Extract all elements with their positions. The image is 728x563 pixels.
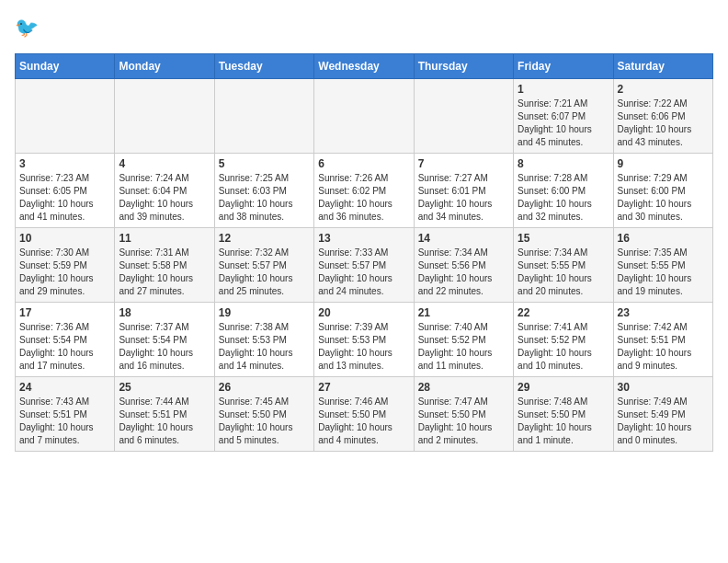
- calendar-cell: [115, 79, 214, 154]
- weekday-header-monday: Monday: [115, 54, 214, 79]
- day-number: 20: [318, 306, 409, 319]
- calendar-cell: 6Sunrise: 7:26 AM Sunset: 6:02 PM Daylig…: [314, 154, 414, 228]
- day-info: Sunrise: 7:33 AM Sunset: 5:57 PM Dayligh…: [318, 247, 409, 298]
- calendar-cell: 24Sunrise: 7:43 AM Sunset: 5:51 PM Dayli…: [16, 377, 115, 452]
- weekday-header-tuesday: Tuesday: [214, 54, 313, 79]
- day-info: Sunrise: 7:48 AM Sunset: 5:50 PM Dayligh…: [518, 396, 609, 447]
- calendar-cell: 15Sunrise: 7:34 AM Sunset: 5:55 PM Dayli…: [514, 228, 613, 303]
- day-number: 13: [318, 232, 409, 245]
- day-number: 1: [518, 83, 609, 96]
- day-number: 2: [618, 83, 709, 96]
- day-number: 4: [119, 157, 210, 170]
- day-number: 3: [19, 157, 110, 170]
- day-info: Sunrise: 7:43 AM Sunset: 5:51 PM Dayligh…: [19, 396, 110, 447]
- day-number: 23: [618, 306, 709, 319]
- day-number: 19: [219, 306, 310, 319]
- calendar-cell: 4Sunrise: 7:24 AM Sunset: 6:04 PM Daylig…: [115, 154, 214, 228]
- day-info: Sunrise: 7:34 AM Sunset: 5:56 PM Dayligh…: [418, 247, 509, 298]
- day-info: Sunrise: 7:42 AM Sunset: 5:51 PM Dayligh…: [618, 321, 709, 373]
- calendar-cell: [314, 79, 414, 154]
- calendar-cell: 1Sunrise: 7:21 AM Sunset: 6:07 PM Daylig…: [514, 79, 613, 154]
- weekday-header-thursday: Thursday: [414, 54, 513, 79]
- day-info: Sunrise: 7:49 AM Sunset: 5:49 PM Dayligh…: [618, 396, 709, 447]
- day-number: 11: [119, 232, 210, 245]
- day-info: Sunrise: 7:30 AM Sunset: 5:59 PM Dayligh…: [19, 247, 110, 298]
- day-number: 14: [418, 232, 509, 245]
- weekday-row: SundayMondayTuesdayWednesdayThursdayFrid…: [16, 54, 713, 79]
- calendar-week-3: 10Sunrise: 7:30 AM Sunset: 5:59 PM Dayli…: [16, 228, 713, 303]
- calendar-cell: 22Sunrise: 7:41 AM Sunset: 5:52 PM Dayli…: [514, 303, 613, 377]
- day-info: Sunrise: 7:23 AM Sunset: 6:05 PM Dayligh…: [19, 172, 110, 224]
- calendar-cell: [414, 79, 513, 154]
- calendar-cell: 17Sunrise: 7:36 AM Sunset: 5:54 PM Dayli…: [16, 303, 115, 377]
- day-info: Sunrise: 7:32 AM Sunset: 5:57 PM Dayligh…: [219, 247, 310, 298]
- day-info: Sunrise: 7:31 AM Sunset: 5:58 PM Dayligh…: [119, 247, 210, 298]
- logo: 🐦: [15, 15, 46, 42]
- calendar-cell: 20Sunrise: 7:39 AM Sunset: 5:53 PM Dayli…: [314, 303, 414, 377]
- calendar-cell: 19Sunrise: 7:38 AM Sunset: 5:53 PM Dayli…: [214, 303, 313, 377]
- day-number: 27: [318, 381, 409, 394]
- day-info: Sunrise: 7:46 AM Sunset: 5:50 PM Dayligh…: [318, 396, 409, 447]
- day-number: 24: [19, 381, 110, 394]
- calendar-cell: 28Sunrise: 7:47 AM Sunset: 5:50 PM Dayli…: [414, 377, 513, 452]
- calendar-table: SundayMondayTuesdayWednesdayThursdayFrid…: [15, 53, 713, 452]
- calendar-header: SundayMondayTuesdayWednesdayThursdayFrid…: [16, 54, 713, 79]
- calendar-cell: 30Sunrise: 7:49 AM Sunset: 5:49 PM Dayli…: [613, 377, 712, 452]
- calendar-cell: 29Sunrise: 7:48 AM Sunset: 5:50 PM Dayli…: [514, 377, 613, 452]
- calendar-cell: 3Sunrise: 7:23 AM Sunset: 6:05 PM Daylig…: [16, 154, 115, 228]
- day-number: 5: [219, 157, 310, 170]
- calendar-cell: 14Sunrise: 7:34 AM Sunset: 5:56 PM Dayli…: [414, 228, 513, 303]
- calendar-week-4: 17Sunrise: 7:36 AM Sunset: 5:54 PM Dayli…: [16, 303, 713, 377]
- day-info: Sunrise: 7:29 AM Sunset: 6:00 PM Dayligh…: [618, 172, 709, 224]
- day-number: 21: [418, 306, 509, 319]
- day-info: Sunrise: 7:25 AM Sunset: 6:03 PM Dayligh…: [219, 172, 310, 224]
- day-info: Sunrise: 7:45 AM Sunset: 5:50 PM Dayligh…: [219, 396, 310, 447]
- day-number: 16: [618, 232, 709, 245]
- day-number: 9: [618, 157, 709, 170]
- day-number: 7: [418, 157, 509, 170]
- calendar-cell: 10Sunrise: 7:30 AM Sunset: 5:59 PM Dayli…: [16, 228, 115, 303]
- calendar-cell: [16, 79, 115, 154]
- calendar-cell: [214, 79, 313, 154]
- day-info: Sunrise: 7:26 AM Sunset: 6:02 PM Dayligh…: [318, 172, 409, 224]
- calendar-week-2: 3Sunrise: 7:23 AM Sunset: 6:05 PM Daylig…: [16, 154, 713, 228]
- calendar-cell: 23Sunrise: 7:42 AM Sunset: 5:51 PM Dayli…: [613, 303, 712, 377]
- calendar-cell: 25Sunrise: 7:44 AM Sunset: 5:51 PM Dayli…: [115, 377, 214, 452]
- weekday-header-wednesday: Wednesday: [314, 54, 414, 79]
- day-info: Sunrise: 7:47 AM Sunset: 5:50 PM Dayligh…: [418, 396, 509, 447]
- day-info: Sunrise: 7:44 AM Sunset: 5:51 PM Dayligh…: [119, 396, 210, 447]
- day-number: 10: [19, 232, 110, 245]
- day-number: 15: [518, 232, 609, 245]
- svg-text:🐦: 🐦: [15, 16, 40, 40]
- calendar-cell: 16Sunrise: 7:35 AM Sunset: 5:55 PM Dayli…: [613, 228, 712, 303]
- day-number: 30: [618, 381, 709, 394]
- calendar-body: 1Sunrise: 7:21 AM Sunset: 6:07 PM Daylig…: [16, 79, 713, 452]
- day-number: 8: [518, 157, 609, 170]
- weekday-header-saturday: Saturday: [613, 54, 712, 79]
- day-info: Sunrise: 7:40 AM Sunset: 5:52 PM Dayligh…: [418, 321, 509, 373]
- calendar-week-1: 1Sunrise: 7:21 AM Sunset: 6:07 PM Daylig…: [16, 79, 713, 154]
- day-info: Sunrise: 7:35 AM Sunset: 5:55 PM Dayligh…: [618, 247, 709, 298]
- day-number: 25: [119, 381, 210, 394]
- day-info: Sunrise: 7:39 AM Sunset: 5:53 PM Dayligh…: [318, 321, 409, 373]
- day-number: 29: [518, 381, 609, 394]
- day-number: 17: [19, 306, 110, 319]
- day-number: 22: [518, 306, 609, 319]
- calendar-cell: 13Sunrise: 7:33 AM Sunset: 5:57 PM Dayli…: [314, 228, 414, 303]
- day-number: 26: [219, 381, 310, 394]
- day-number: 18: [119, 306, 210, 319]
- day-number: 28: [418, 381, 509, 394]
- day-info: Sunrise: 7:38 AM Sunset: 5:53 PM Dayligh…: [219, 321, 310, 373]
- calendar-cell: 5Sunrise: 7:25 AM Sunset: 6:03 PM Daylig…: [214, 154, 313, 228]
- day-info: Sunrise: 7:28 AM Sunset: 6:00 PM Dayligh…: [518, 172, 609, 224]
- calendar-cell: 12Sunrise: 7:32 AM Sunset: 5:57 PM Dayli…: [214, 228, 313, 303]
- calendar-cell: 7Sunrise: 7:27 AM Sunset: 6:01 PM Daylig…: [414, 154, 513, 228]
- day-info: Sunrise: 7:21 AM Sunset: 6:07 PM Dayligh…: [518, 98, 609, 149]
- day-info: Sunrise: 7:41 AM Sunset: 5:52 PM Dayligh…: [518, 321, 609, 373]
- day-info: Sunrise: 7:22 AM Sunset: 6:06 PM Dayligh…: [618, 98, 709, 149]
- calendar-cell: 18Sunrise: 7:37 AM Sunset: 5:54 PM Dayli…: [115, 303, 214, 377]
- day-info: Sunrise: 7:24 AM Sunset: 6:04 PM Dayligh…: [119, 172, 210, 224]
- calendar-cell: 27Sunrise: 7:46 AM Sunset: 5:50 PM Dayli…: [314, 377, 414, 452]
- calendar-cell: 26Sunrise: 7:45 AM Sunset: 5:50 PM Dayli…: [214, 377, 313, 452]
- logo-icon: 🐦: [15, 15, 42, 42]
